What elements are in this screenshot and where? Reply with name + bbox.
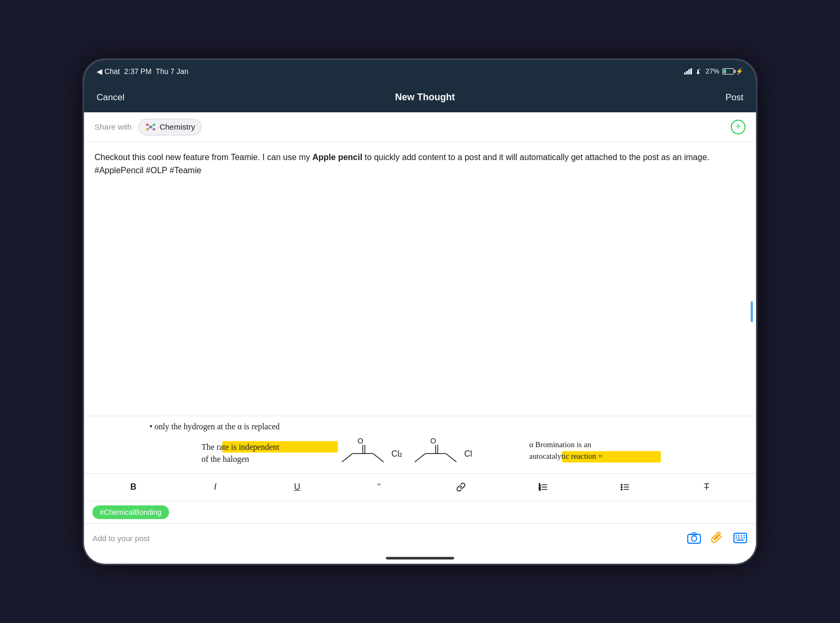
add-icon: +	[736, 121, 741, 132]
device-frame: ◀ Chat 2:37 PM Thu 7 Jan ⮮ 27% ⚡	[84, 60, 756, 564]
link-button[interactable]	[452, 478, 470, 497]
add-group-button[interactable]: +	[731, 120, 746, 134]
status-right: ⮮ 27% ⚡	[684, 67, 743, 76]
share-with-row: Share with Chemistry	[84, 112, 756, 142]
svg-rect-48	[736, 535, 737, 536]
svg-line-27	[446, 453, 457, 462]
editor-text: Checkout this cool new feature from Team…	[94, 151, 746, 177]
svg-rect-56	[737, 540, 744, 541]
bottom-bar: Add to your post	[84, 523, 756, 553]
back-label[interactable]: ◀ Chat	[97, 67, 120, 76]
share-with-label: Share with	[94, 122, 132, 131]
ordered-list-button[interactable]: 1. 2. 3.	[533, 478, 552, 497]
bottom-icons	[687, 531, 748, 545]
nav-bar: Cancel New Thought Post	[84, 83, 756, 112]
time: 2:37 PM	[124, 67, 151, 76]
unordered-list-button[interactable]	[615, 478, 634, 497]
svg-text:Cl: Cl	[464, 449, 472, 458]
svg-text:The rate is independent: The rate is independent	[202, 442, 280, 452]
svg-text:autocatalytic reaction =: autocatalytic reaction =	[529, 452, 603, 460]
signal-icon	[684, 68, 692, 75]
battery-icon: ⚡	[722, 68, 743, 75]
svg-text:α Bromination is an: α Bromination is an	[529, 440, 592, 449]
svg-text:O: O	[358, 436, 363, 445]
scroll-indicator	[751, 301, 753, 322]
clear-format-button[interactable]: T	[697, 478, 716, 497]
svg-text:3.: 3.	[539, 488, 541, 491]
chemistry-tag[interactable]: Chemistry	[138, 119, 202, 135]
svg-rect-49	[738, 535, 740, 536]
svg-rect-50	[741, 535, 742, 536]
underline-button[interactable]: U	[288, 478, 307, 497]
wifi-icon: ⮮	[695, 67, 702, 76]
editor-text-plain: Checkout this cool new feature from Team…	[94, 153, 312, 162]
status-left: ◀ Chat 2:37 PM Thu 7 Jan	[97, 67, 188, 76]
chemistry-group-name: Chemistry	[160, 122, 195, 131]
content-area: Share with Chemistry	[84, 112, 756, 564]
formatting-toolbar: B I U " 1. 2. 3	[84, 473, 756, 501]
camera-button[interactable]	[687, 531, 701, 545]
post-button[interactable]: Post	[726, 92, 743, 103]
svg-rect-53	[738, 537, 740, 538]
home-bar	[386, 557, 454, 559]
device-screen: ◀ Chat 2:37 PM Thu 7 Jan ⮮ 27% ⚡	[84, 60, 756, 564]
home-indicator	[84, 553, 756, 564]
svg-point-43	[621, 489, 622, 490]
attach-button[interactable]	[710, 531, 724, 545]
svg-rect-52	[736, 537, 737, 538]
svg-rect-51	[743, 535, 745, 536]
hashtag-suggestion[interactable]: #ChemicalBonding	[92, 505, 169, 519]
svg-line-20	[373, 453, 384, 462]
svg-line-26	[415, 453, 425, 462]
date: Thu 7 Jan	[156, 67, 188, 76]
svg-rect-54	[741, 537, 742, 538]
page-title: New Thought	[395, 92, 455, 103]
editor-text-rest: to quickly add content to a post and it …	[362, 153, 709, 162]
svg-point-45	[691, 536, 697, 541]
handwriting-area: • only the hydrogen at the α is replaced…	[84, 416, 756, 473]
battery-percent: 27%	[706, 67, 719, 75]
svg-line-19	[342, 453, 352, 462]
svg-point-42	[621, 487, 622, 488]
svg-point-41	[621, 484, 622, 485]
cancel-button[interactable]: Cancel	[97, 92, 124, 103]
handwriting-svg: • only the hydrogen at the α is replaced…	[84, 416, 756, 473]
keyboard-button[interactable]	[733, 531, 748, 545]
svg-text:O: O	[430, 436, 436, 445]
svg-text:of the halogen: of the halogen	[202, 455, 249, 464]
add-to-post-placeholder[interactable]: Add to your post	[92, 534, 687, 543]
editor-text-bold: Apple pencil	[312, 153, 362, 162]
quote-button[interactable]: "	[370, 478, 388, 497]
status-bar: ◀ Chat 2:37 PM Thu 7 Jan ⮮ 27% ⚡	[84, 60, 756, 83]
svg-text:• only the hydrogen at the α i: • only the hydrogen at the α is replaced	[150, 421, 280, 431]
italic-button[interactable]: I	[206, 478, 225, 497]
bold-button[interactable]: B	[124, 478, 143, 497]
molecule-icon	[145, 121, 156, 133]
svg-rect-55	[743, 537, 745, 538]
hashtag-bar: #ChemicalBonding	[84, 501, 756, 523]
editor-area[interactable]: Checkout this cool new feature from Team…	[84, 142, 756, 416]
svg-text:Cl₂: Cl₂	[392, 449, 403, 458]
editor-hashtags: #ApplePencil #OLP #Teamie	[94, 166, 201, 175]
